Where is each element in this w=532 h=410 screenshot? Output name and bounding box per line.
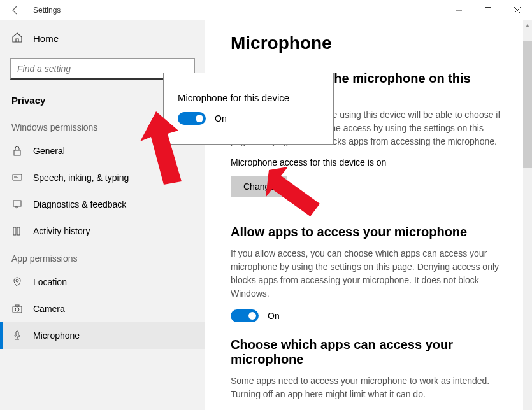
sidebar-item-camera[interactable]: Camera [0, 295, 205, 322]
svg-marker-18 [266, 167, 320, 216]
feedback-icon [11, 199, 23, 210]
popup-title: Microphone for this device [178, 92, 319, 103]
device-toggle-label: On [215, 113, 227, 124]
nav-label: Location [33, 277, 67, 287]
svg-rect-6 [13, 201, 21, 206]
apps-toggle-row: On [231, 309, 507, 322]
svg-point-9 [16, 279, 18, 282]
nav-label: General [33, 146, 65, 156]
scrollbar[interactable]: ▲ [523, 20, 532, 410]
close-button[interactable] [503, 0, 532, 20]
nav-label: Diagnostics & feedback [33, 199, 126, 209]
sidebar-item-location[interactable]: Location [0, 269, 205, 295]
home-icon [11, 32, 23, 45]
sidebar-item-activity[interactable]: Activity history [0, 218, 205, 244]
history-icon [11, 225, 23, 237]
svg-rect-7 [13, 227, 16, 235]
svg-rect-12 [15, 305, 19, 306]
titlebar: Settings [0, 0, 532, 20]
sidebar-item-microphone[interactable]: Microphone [0, 322, 205, 349]
svg-point-11 [15, 308, 19, 311]
section1-status: Microphone access for this device is on [231, 157, 507, 167]
apps-toggle-label: On [268, 311, 280, 321]
nav-label: Activity history [33, 226, 90, 236]
camera-icon [11, 303, 23, 315]
speech-icon [11, 172, 23, 183]
annotation-arrow [118, 108, 188, 191]
back-button[interactable] [0, 0, 31, 20]
maximize-button[interactable] [473, 0, 503, 20]
minimize-button[interactable] [444, 0, 473, 20]
scrollbar-thumb[interactable] [523, 41, 532, 168]
window-title: Settings [31, 6, 61, 15]
section-app-permissions: App permissions [0, 244, 205, 269]
section3-desc: Some apps need to access your microphone… [231, 374, 507, 401]
sidebar-item-diagnostics[interactable]: Diagnostics & feedback [0, 191, 205, 218]
page-title: Microphone [231, 33, 507, 53]
location-icon [11, 276, 23, 288]
svg-marker-17 [140, 111, 182, 185]
home-label: Home [33, 33, 59, 44]
nav-label: Speech, inking, & typing [33, 173, 129, 183]
apps-toggle[interactable] [231, 309, 259, 322]
svg-rect-8 [17, 227, 20, 235]
home-link[interactable]: Home [0, 25, 205, 52]
popup-toggle-row: On [178, 112, 319, 125]
svg-rect-2 [14, 150, 20, 155]
section3-title: Choose which apps can access your microp… [231, 337, 507, 367]
section2-title: Allow apps to access your microphone [231, 225, 507, 239]
change-popup: Microphone for this device On [163, 73, 334, 145]
microphone-icon [11, 330, 23, 341]
window-controls [444, 0, 532, 20]
nav-label: Microphone [33, 330, 80, 341]
section2-desc: If you allow access, you can choose whic… [231, 247, 507, 300]
svg-rect-13 [16, 331, 18, 336]
annotation-arrow [266, 167, 323, 218]
svg-rect-1 [485, 8, 491, 13]
nav-label: Camera [33, 304, 65, 314]
scroll-up-icon[interactable]: ▲ [523, 20, 532, 31]
lock-icon [11, 145, 23, 157]
